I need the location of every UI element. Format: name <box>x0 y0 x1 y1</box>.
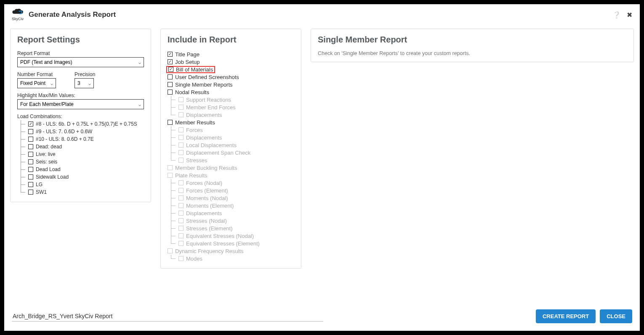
checkbox[interactable] <box>178 158 184 163</box>
checkbox[interactable] <box>168 248 173 253</box>
load-comb-item[interactable]: Seis: seis <box>17 158 144 166</box>
include-modes[interactable]: Modes <box>168 255 294 262</box>
checkbox[interactable] <box>28 137 33 142</box>
checkbox[interactable] <box>178 97 184 102</box>
include-forces[interactable]: Forces <box>168 126 294 134</box>
checkbox[interactable] <box>28 190 33 195</box>
logo: SkyCiv <box>12 8 24 21</box>
single-member-hint: Check on 'Single Member Reports' to crea… <box>318 50 627 56</box>
checkbox[interactable] <box>178 233 184 238</box>
checkbox[interactable] <box>28 174 33 179</box>
number-format-value: Fixed Point <box>20 80 45 86</box>
load-comb-item[interactable]: LG <box>17 181 144 188</box>
modal-dialog: SkyCiv Generate Analysis Report ❔ ✖ Repo… <box>4 4 640 331</box>
checkbox[interactable] <box>178 142 184 148</box>
include-job-setup[interactable]: Job Setup <box>168 58 294 66</box>
include-bom[interactable]: Bill of Materials <box>168 66 294 73</box>
include-span-check[interactable]: Displacement Span Check <box>168 149 294 156</box>
close-icon[interactable]: ✖ <box>627 11 632 19</box>
checkbox[interactable] <box>168 173 173 178</box>
checkbox[interactable] <box>28 121 33 127</box>
checkbox[interactable] <box>178 105 184 110</box>
highlight-select[interactable]: For Each Member/Plate ⌵ <box>17 99 144 109</box>
precision-select[interactable]: 3 ⌵ <box>75 78 94 88</box>
include-member-end-forces[interactable]: Member End Forces <box>168 103 294 111</box>
include-uds[interactable]: User Defined Screenshots <box>168 73 294 81</box>
checkbox[interactable] <box>178 127 184 132</box>
checkbox[interactable] <box>168 165 173 170</box>
include-title-page[interactable]: Title Page <box>168 50 294 58</box>
report-format-select[interactable]: PDF (Text and Images) ⌵ <box>17 57 144 67</box>
checkbox[interactable] <box>168 74 173 79</box>
include-panel: Include in Report Title Page Job Setup B… <box>160 29 301 269</box>
modal-header: SkyCiv Generate Analysis Report ❔ ✖ <box>4 4 640 25</box>
checkbox[interactable] <box>28 152 33 157</box>
help-icon[interactable]: ❔ <box>612 11 621 19</box>
checkbox[interactable] <box>28 144 33 149</box>
include-nodal-displacements[interactable]: Displacements <box>168 111 294 119</box>
include-plate-eq-stresses-element[interactable]: Equivalent Stresses (Element) <box>168 240 294 247</box>
include-buckling[interactable]: Member Buckling Results <box>168 164 294 171</box>
include-dynamic[interactable]: Dynamic Frequency Results <box>168 247 294 255</box>
checkbox[interactable] <box>178 195 184 200</box>
include-member-results[interactable]: Member Results <box>168 119 294 126</box>
load-comb-item[interactable]: Dead Load <box>17 166 144 173</box>
checkbox[interactable] <box>178 256 184 261</box>
close-button[interactable]: CLOSE <box>600 309 632 323</box>
include-support-reactions[interactable]: Support Reactions <box>168 96 294 103</box>
chevron-down-icon: ⌵ <box>88 81 91 86</box>
include-plate[interactable]: Plate Results <box>168 171 294 179</box>
checkbox[interactable] <box>168 67 173 72</box>
include-nodal[interactable]: Nodal Results <box>168 88 294 96</box>
checkbox[interactable] <box>28 159 33 164</box>
checkbox[interactable] <box>168 82 173 87</box>
checkbox[interactable] <box>168 90 173 95</box>
checkbox[interactable] <box>178 180 184 185</box>
checkbox[interactable] <box>178 203 184 208</box>
include-plate-moments-element[interactable]: Moments (Element) <box>168 202 294 209</box>
include-plate-moments-nodal[interactable]: Moments (Nodal) <box>168 194 294 202</box>
single-member-panel: Single Member Report Check on 'Single Me… <box>311 29 634 62</box>
include-plate-displacements[interactable]: Displacements <box>168 209 294 217</box>
load-comb-item[interactable]: #8 - ULS: 6b. D + 0.75L + 0.75(0.7)E + 0… <box>17 120 144 128</box>
checkbox[interactable] <box>178 226 184 231</box>
checkbox[interactable] <box>178 218 184 223</box>
load-comb-item[interactable]: Sidewalk Load <box>17 173 144 181</box>
checkbox[interactable] <box>28 167 33 172</box>
create-report-button[interactable]: CREATE REPORT <box>536 309 596 323</box>
checkbox[interactable] <box>178 241 184 246</box>
logo-text: SkyCiv <box>12 17 24 21</box>
checkbox[interactable] <box>28 182 33 187</box>
include-smr[interactable]: Single Member Reports <box>168 81 294 88</box>
precision-label: Precision <box>75 71 95 77</box>
checkbox[interactable] <box>28 129 33 134</box>
load-comb-item[interactable]: #9 - ULS: 7. 0.6D + 0.6W <box>17 128 144 135</box>
load-comb-item[interactable]: Live: live <box>17 150 144 158</box>
include-displacements[interactable]: Displacements <box>168 134 294 141</box>
report-settings-panel: Report Settings Report Format PDF (Text … <box>10 29 151 202</box>
number-format-select[interactable]: Fixed Point ⌵ <box>17 78 56 88</box>
checkbox[interactable] <box>168 52 173 57</box>
report-settings-title: Report Settings <box>17 35 144 45</box>
single-member-title: Single Member Report <box>318 35 627 45</box>
include-local-displacements[interactable]: Local Displacements <box>168 141 294 149</box>
load-comb-label: Load Combinations: <box>17 113 144 119</box>
include-plate-forces-element[interactable]: Forces (Element) <box>168 187 294 194</box>
checkbox[interactable] <box>178 135 184 140</box>
checkbox[interactable] <box>178 150 184 155</box>
checkbox[interactable] <box>178 188 184 193</box>
checkbox[interactable] <box>168 120 173 125</box>
skyciv-icon <box>12 8 24 17</box>
load-comb-item[interactable]: SW1 <box>17 188 144 196</box>
checkbox[interactable] <box>178 112 184 117</box>
include-plate-stresses-element[interactable]: Stresses (Element) <box>168 224 294 232</box>
checkbox[interactable] <box>168 59 173 64</box>
checkbox[interactable] <box>178 211 184 216</box>
include-plate-stresses-nodal[interactable]: Stresses (Nodal) <box>168 217 294 224</box>
report-name-input[interactable] <box>12 311 323 322</box>
load-comb-item[interactable]: Dead: dead <box>17 143 144 150</box>
include-plate-forces-nodal[interactable]: Forces (Nodal) <box>168 179 294 187</box>
include-stresses[interactable]: Stresses <box>168 156 294 164</box>
include-plate-eq-stresses-nodal[interactable]: Equivalent Stresses (Nodal) <box>168 232 294 240</box>
load-comb-item[interactable]: #10 - ULS: 8. 0.6D + 0.7E <box>17 135 144 143</box>
